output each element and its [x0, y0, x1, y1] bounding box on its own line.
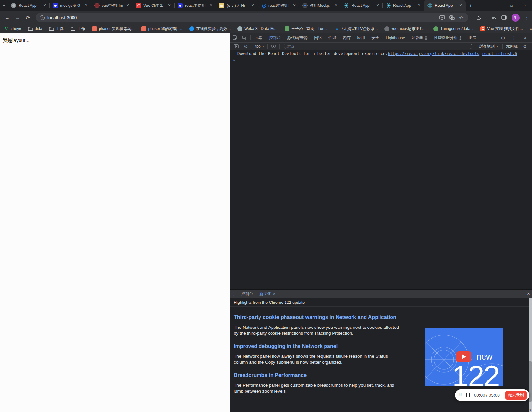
bookmark-folder-tools[interactable]: 工具 [49, 26, 64, 32]
omnibox[interactable]: i ☆ [36, 13, 468, 22]
bookmark-vue-drag[interactable]: C Vue 实现 拖拽文件... [480, 26, 523, 32]
drag-handle-icon[interactable]: ⠿ [459, 393, 462, 397]
maximize-button[interactable]: □ [505, 0, 518, 11]
console-settings-gear-icon[interactable]: ⚙ [521, 43, 529, 50]
browser-menu-icon[interactable]: ⋮ [525, 15, 529, 20]
tab-vue-cli[interactable]: Vue Cli中出 × [133, 0, 174, 11]
bookmark-label: 工具 [56, 26, 64, 32]
bookmark-weka[interactable]: Weka 3 - Data Mi... [237, 26, 277, 31]
tab-close-icon[interactable]: × [125, 3, 130, 8]
pause-recording-icon[interactable] [466, 393, 470, 397]
drawer-menu-icon[interactable]: ⋮ [230, 290, 238, 298]
bookmark-homepage[interactable]: 王子沁 - 首页 - Turi... [285, 26, 328, 32]
panel-tab-performance[interactable]: 性能 [325, 33, 339, 42]
tab-close-icon[interactable]: × [417, 3, 422, 8]
bookmark-ktv[interactable]: » 7天搞完KTV点歌系... [334, 26, 378, 32]
bookmark-vue-axios[interactable]: vue axios请求图片... [384, 26, 427, 32]
panel-tab-performance-insights[interactable]: 性能数据分析 [431, 33, 465, 42]
chrome-122-promo-image[interactable]: new 122 [425, 328, 503, 386]
console-prompt[interactable]: > [230, 57, 532, 64]
tab-close-icon[interactable]: × [333, 3, 339, 8]
reload-button[interactable]: ⟳ [23, 13, 33, 22]
back-button[interactable]: ← [3, 13, 12, 22]
panel-tab-lighthouse[interactable]: Lighthouse [382, 33, 408, 42]
tab-close-icon[interactable]: × [292, 3, 297, 8]
panel-tab-recorder[interactable]: 记录器 [408, 33, 431, 42]
bookmark-phaser-game[interactable]: phaser 跑酷游戏 -... [141, 26, 182, 32]
window-close-button[interactable]: × [518, 0, 532, 11]
tab-close-icon[interactable]: × [458, 3, 463, 8]
bookmarks-overflow-icon[interactable]: » [530, 26, 532, 31]
whats-new-section-title[interactable]: Improved debugging in the Network panel [234, 343, 429, 349]
settings-gear-icon[interactable]: ⚙ [498, 35, 508, 41]
tab-react-app-2[interactable]: React App × [341, 0, 382, 11]
issues-counter[interactable]: 无问题 [506, 44, 518, 49]
tab-close-icon[interactable]: × [84, 3, 89, 8]
inspect-element-icon[interactable] [230, 33, 240, 42]
site-info-icon[interactable]: i [40, 15, 45, 20]
extensions-icon[interactable] [476, 15, 481, 20]
devtools-panel: 元素 控制台 源代码/来源 网络 性能 内存 应用 安全 Lighthouse … [230, 33, 532, 412]
tab-react-usage-2[interactable]: react中使用 × [258, 0, 299, 11]
stop-recording-button[interactable]: 结束录制 [505, 391, 527, 400]
context-selector[interactable]: top ▾ [254, 44, 265, 49]
panel-tab-sources[interactable]: 源代码/来源 [284, 33, 311, 42]
tab-react-app-3[interactable]: React App × [382, 0, 424, 11]
drawer-tab-close-icon[interactable]: × [273, 291, 276, 296]
tab-close-icon[interactable]: × [42, 3, 47, 8]
tab-search-icon[interactable]: ▾ [0, 0, 8, 11]
tab-hi[interactable]: (o`v`)ノ Hi × [216, 0, 258, 11]
bookmark-star-icon[interactable]: ☆ [459, 15, 464, 21]
bookmark-zheye[interactable]: V zheye [4, 26, 21, 31]
devtools-menu-icon[interactable]: ⋮ [509, 35, 519, 41]
console-message-link[interactable]: https://reactjs.org/link/react-devtools [388, 51, 479, 56]
media-controls-icon[interactable] [491, 15, 497, 20]
console-filter-input[interactable] [284, 44, 472, 49]
forward-button[interactable]: → [13, 13, 22, 22]
bookmark-turingsense[interactable]: Turingsense/data... [433, 26, 473, 31]
tab-close-icon[interactable]: × [250, 3, 255, 8]
profile-avatar[interactable]: 生 [512, 14, 520, 22]
side-panel-icon[interactable] [501, 15, 507, 20]
console-message-source-link[interactable]: react_refresh:6 [482, 51, 517, 56]
drawer-tab-console[interactable]: 控制台 [238, 290, 256, 298]
bookmark-folder-work[interactable]: 工作 [71, 26, 85, 32]
tab-react-app-active[interactable]: React App × [424, 0, 466, 11]
panel-tab-application[interactable]: 应用 [354, 33, 368, 42]
panel-tab-layers[interactable]: 图层 [465, 33, 480, 42]
tab-mockjs[interactable]: mockjs模拟 × [49, 0, 91, 11]
minimize-button[interactable]: – [491, 0, 505, 11]
eye-icon[interactable] [270, 43, 277, 50]
tab-close-icon[interactable]: × [208, 3, 214, 8]
tab-use-mockjs[interactable]: 使用Mockjs × [299, 0, 341, 11]
panel-tab-network[interactable]: 网络 [311, 33, 325, 42]
clear-console-icon[interactable]: ⊘ [242, 43, 250, 50]
address-input[interactable] [47, 15, 436, 20]
tab-close-icon[interactable]: × [375, 3, 380, 8]
panel-tab-console[interactable]: 控制台 [266, 33, 284, 42]
panel-tab-security[interactable]: 安全 [368, 33, 382, 42]
tab-title: React App [393, 3, 414, 8]
scrollbar-thumb[interactable] [529, 361, 532, 402]
tab-react-app-1[interactable]: React App × [8, 0, 49, 11]
whats-new-section-title[interactable]: Breadcrumbs in Performance [234, 372, 429, 378]
tab-close-icon[interactable]: × [167, 3, 172, 8]
devtools-close-icon[interactable]: × [520, 35, 530, 41]
bookmark-phaser-bird[interactable]: phaser 实现像素鸟... [92, 26, 135, 32]
panel-tab-memory[interactable]: 内存 [339, 33, 354, 42]
install-icon[interactable] [439, 15, 445, 20]
new-tab-button[interactable]: + [466, 1, 475, 10]
scrollbar-down-arrow-icon[interactable]: ▼ [529, 408, 532, 412]
drawer-close-icon[interactable]: × [527, 290, 530, 298]
device-toolbar-icon[interactable] [240, 33, 250, 42]
whats-new-section-title[interactable]: Third-party cookie phaseout warnings in … [234, 315, 429, 320]
console-sidebar-icon[interactable] [232, 43, 240, 50]
log-levels-dropdown[interactable]: 所有级别 ▾ [478, 44, 499, 49]
translate-icon[interactable] [449, 15, 455, 20]
tab-vue-usage[interactable]: vue中使用m × [91, 0, 133, 11]
panel-tab-elements[interactable]: 元素 [251, 33, 266, 42]
tab-react-usage-1[interactable]: react中使用 × [174, 0, 216, 11]
bookmark-folder-dida[interactable]: dida [28, 26, 42, 31]
drawer-tab-whats-new[interactable]: 新变化 × [256, 290, 279, 298]
bookmark-online-lab[interactable]: 在线做实验，高效... [189, 26, 231, 32]
